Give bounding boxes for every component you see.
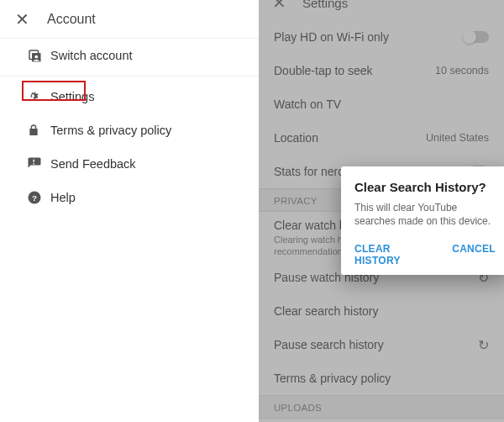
menu-help[interactable]: ? Help (0, 181, 259, 214)
row-label: Terms & privacy policy (274, 372, 391, 385)
row-location[interactable]: Location United States (259, 121, 504, 155)
row-terms-privacy[interactable]: Terms & privacy policy (259, 361, 504, 395)
menu-terms[interactable]: Terms & privacy policy (0, 113, 259, 147)
menu-label: Send Feedback (50, 157, 136, 171)
cancel-button[interactable]: CANCEL (452, 243, 496, 266)
row-pause-search-history[interactable]: Pause search history ↻ (259, 328, 504, 361)
help-icon: ? (27, 190, 50, 205)
refresh-icon[interactable]: ↻ (478, 337, 489, 353)
svg-point-2 (34, 55, 38, 59)
switch-account-icon (27, 48, 50, 63)
lock-icon (27, 123, 50, 138)
row-label: Stats for nerds (274, 165, 350, 178)
row-label: Watch on TV (274, 98, 341, 111)
menu-settings[interactable]: Settings (0, 80, 259, 113)
account-panel: ✕ Account Switch account Settings Terms … (0, 0, 259, 422)
menu-label: Settings (50, 90, 94, 103)
dialog-body: This will clear YouTube searches made on… (354, 201, 496, 228)
menu-feedback[interactable]: Send Feedback (0, 147, 259, 181)
gear-icon (27, 89, 50, 104)
settings-header: ✕ Settings (259, 0, 504, 20)
close-icon[interactable]: ✕ (12, 9, 32, 29)
menu-label: Switch account (50, 49, 133, 62)
clear-search-dialog: Clear Search History? This will clear Yo… (341, 166, 504, 275)
row-double-tap-seek[interactable]: Double-tap to seek 10 seconds (259, 54, 504, 87)
row-clear-search-history[interactable]: Clear search history (259, 294, 504, 328)
account-header: ✕ Account (0, 0, 259, 39)
menu-label: Terms & privacy policy (50, 124, 171, 137)
menu-label: Help (50, 191, 76, 204)
account-title: Account (47, 12, 96, 27)
row-label: Clear search history (274, 304, 379, 318)
row-label: Double-tap to seek (274, 64, 373, 77)
row-upload-quality[interactable]: Upload quality 1080p (259, 419, 504, 422)
dialog-title: Clear Search History? (354, 180, 496, 194)
divider (0, 76, 259, 76)
settings-title: Settings (302, 0, 348, 10)
clear-history-button[interactable]: CLEAR HISTORY (354, 243, 437, 266)
dialog-actions: CLEAR HISTORY CANCEL (354, 243, 496, 266)
settings-panel: ✕ Settings Play HD on Wi-Fi only Double-… (259, 0, 504, 422)
row-value: United States (426, 132, 489, 144)
menu-switch-account[interactable]: Switch account (0, 39, 259, 72)
section-uploads: UPLOADS (259, 395, 504, 419)
row-label: Pause search history (274, 338, 384, 351)
feedback-icon (27, 156, 50, 171)
row-label: Play HD on Wi-Fi only (274, 30, 389, 44)
row-label: Location (274, 131, 318, 145)
row-play-hd[interactable]: Play HD on Wi-Fi only (259, 20, 504, 54)
close-icon[interactable]: ✕ (269, 0, 289, 13)
row-value: 10 seconds (435, 65, 489, 76)
row-watch-on-tv[interactable]: Watch on TV (259, 87, 504, 121)
toggle-off[interactable] (464, 31, 489, 43)
svg-text:?: ? (32, 193, 37, 203)
